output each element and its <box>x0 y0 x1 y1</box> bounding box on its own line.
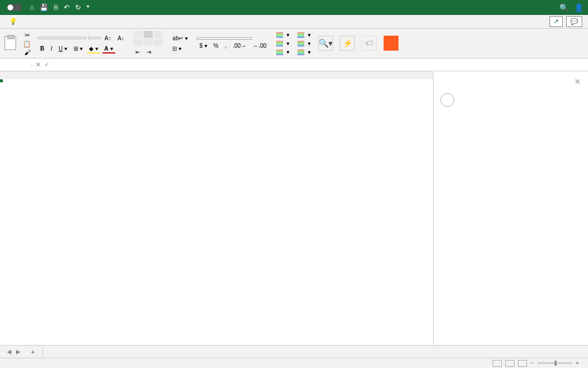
ideas-button[interactable]: ⚡ <box>340 36 355 52</box>
increase-font-icon[interactable]: A↑ <box>102 34 114 43</box>
step-number <box>440 93 454 107</box>
insert-cells-button[interactable]: ▾ <box>297 31 311 39</box>
sensitivity-button: 🏷 <box>362 36 377 52</box>
font-size-select[interactable] <box>88 37 100 39</box>
format-cells-button[interactable]: ▾ <box>297 48 311 56</box>
zoom-out-icon[interactable]: − <box>531 360 534 366</box>
undo-icon[interactable]: ↶ <box>64 3 69 12</box>
redo-icon[interactable]: ↻ <box>75 3 81 12</box>
font-name-select[interactable] <box>38 37 86 39</box>
accept-formula-icon[interactable]: ✓ <box>44 61 49 68</box>
tab-nav-prev[interactable]: ◀ <box>5 348 14 355</box>
status-bar: − + <box>0 358 588 368</box>
spreadsheet-grid[interactable] <box>0 71 433 345</box>
zoom-in-icon[interactable]: + <box>575 360 579 366</box>
zoom-slider[interactable] <box>537 362 572 364</box>
dropdown-icon[interactable]: ▾ <box>87 3 90 12</box>
format-as-table-button[interactable]: ▾ <box>276 40 290 47</box>
sync-icon[interactable]: ⎘ <box>54 3 58 12</box>
atlas-button[interactable] <box>384 36 399 52</box>
format-painter-icon[interactable]: 🖌 <box>24 49 30 56</box>
fill-color-button[interactable]: ◆ ▾ <box>87 44 100 53</box>
cut-icon[interactable]: ✂ <box>25 32 30 39</box>
formula-bar[interactable] <box>56 59 588 71</box>
comments-button[interactable]: 💬 <box>566 16 582 27</box>
cell-styles-button[interactable]: ▾ <box>276 48 290 56</box>
autosave-toggle[interactable] <box>5 4 24 11</box>
bold-button[interactable]: B <box>38 44 47 53</box>
delete-cells-button[interactable]: ▾ <box>297 40 311 47</box>
cancel-formula-icon[interactable]: ✕ <box>36 61 41 68</box>
alignment-grid[interactable] <box>133 31 163 46</box>
tellme-icon: 💡 <box>9 18 17 25</box>
home-icon[interactable]: ⌂ <box>30 3 34 12</box>
percent-button[interactable]: % <box>211 41 221 50</box>
search-icon[interactable]: 🔍 <box>559 3 568 12</box>
name-box[interactable] <box>0 64 32 66</box>
editing-button[interactable]: 🔍▾ <box>318 36 333 52</box>
border-button[interactable]: ⊞ ▾ <box>71 44 85 53</box>
share-button[interactable]: ↗ <box>550 16 563 27</box>
wrap-text-button[interactable]: ab↵ ▾ <box>170 34 190 43</box>
save-icon[interactable]: 💾 <box>40 3 48 12</box>
view-page-icon[interactable] <box>505 360 514 367</box>
atlas-panel: ✕ <box>433 71 588 345</box>
tab-nav-next[interactable]: ▶ <box>14 348 23 355</box>
add-sheet-button[interactable]: + <box>23 347 43 357</box>
italic-button[interactable]: I <box>48 44 55 53</box>
ribbon-tabs: 💡 ↗ 💬 <box>0 15 588 29</box>
indent-right-icon[interactable]: ⇥ <box>144 48 153 56</box>
paste-group[interactable] <box>5 36 16 51</box>
title-bar: ⌂ 💾 ⎘ ↶ ↻ ▾ 🔍 👤 <box>0 0 588 15</box>
copy-icon[interactable]: 📋 <box>23 40 31 48</box>
font-color-button[interactable]: A ▾ <box>102 44 115 53</box>
comma-button[interactable]: , <box>223 41 229 50</box>
indent-left-icon[interactable]: ⇤ <box>133 48 142 56</box>
decrease-decimal-icon[interactable]: ←.00 <box>250 41 269 50</box>
view-break-icon[interactable] <box>518 360 527 367</box>
ribbon: ✂ 📋 🖌 A↑ A↓ B I U ▾ ⊞ ▾ ◆ ▾ A ▾ ⇤ ⇥ ab↵ <box>0 29 588 59</box>
increase-decimal-icon[interactable]: .00→ <box>230 41 249 50</box>
underline-button[interactable]: U ▾ <box>56 44 69 53</box>
conditional-formatting-button[interactable]: ▾ <box>276 31 290 39</box>
decrease-font-icon[interactable]: A↓ <box>115 34 127 43</box>
user-icon[interactable]: 👤 <box>574 3 583 12</box>
sheet-tabs: ◀ ▶ + <box>0 345 588 358</box>
merge-button[interactable]: ⊟ ▾ <box>170 44 190 53</box>
number-format-select[interactable] <box>197 37 252 40</box>
close-icon[interactable]: ✕ <box>574 77 581 86</box>
view-normal-icon[interactable] <box>493 360 502 367</box>
currency-button[interactable]: $ ▾ <box>197 41 209 50</box>
